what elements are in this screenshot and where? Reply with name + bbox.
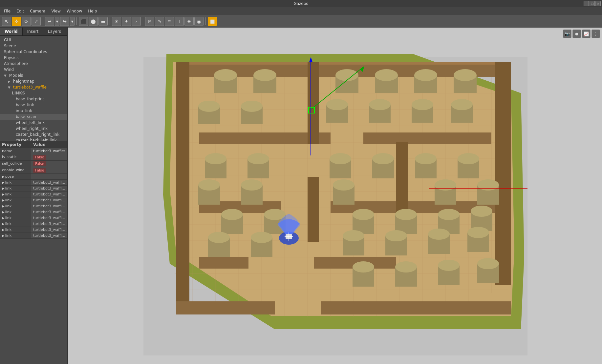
insert-box-button[interactable]: ⬛ bbox=[79, 17, 88, 26]
prop-key-link-10[interactable]: ▶ link bbox=[0, 233, 31, 238]
prop-key-link-9[interactable]: ▶ link bbox=[0, 227, 31, 233]
prop-row-link-1: ▶ link turtlebot3_waffle:... bbox=[0, 180, 67, 186]
prop-key-link-4[interactable]: ▶ link bbox=[0, 197, 31, 203]
align-button[interactable]: ⫿ bbox=[175, 17, 184, 26]
svg-point-67 bbox=[198, 101, 220, 112]
tab-world[interactable]: World bbox=[0, 28, 23, 35]
tab-insert[interactable]: Insert bbox=[23, 28, 43, 35]
model-editor-button[interactable]: ◉ bbox=[194, 17, 204, 26]
menu-edit[interactable]: Edit bbox=[14, 8, 27, 14]
translate-button[interactable]: ✛ bbox=[12, 17, 21, 26]
camera-controls: 📷 ⏺ 📈 ⋮ bbox=[563, 30, 600, 38]
menu-view[interactable]: View bbox=[49, 8, 63, 14]
prop-val-link-8: turtlebot3_waffle:... bbox=[31, 221, 67, 227]
menu-file[interactable]: File bbox=[1, 8, 13, 14]
tree-item-caster_back_right_link[interactable]: caster_back_right_link bbox=[0, 131, 67, 137]
tab-layers[interactable]: Layers bbox=[43, 28, 66, 35]
svg-point-112 bbox=[435, 179, 456, 191]
menu-help[interactable]: Help bbox=[85, 8, 99, 14]
menu-window[interactable]: Window bbox=[64, 8, 85, 14]
tree-item-base_scan[interactable]: base_scan bbox=[0, 114, 67, 120]
rotate-button[interactable]: ⟳ bbox=[22, 17, 31, 26]
light-group: ☀ ✦ ⟋ bbox=[112, 17, 141, 26]
svg-rect-39 bbox=[363, 132, 491, 144]
svg-rect-46 bbox=[396, 142, 408, 214]
svg-point-133 bbox=[471, 206, 492, 217]
redo-button[interactable]: ↪ bbox=[60, 17, 69, 26]
tab-bar: World Insert Layers bbox=[0, 28, 67, 36]
orange-box-button[interactable]: ■ bbox=[208, 17, 217, 26]
svg-point-52 bbox=[253, 69, 276, 81]
prop-val-self_collide[interactable]: False bbox=[31, 161, 67, 167]
insert-sphere-button[interactable]: ● bbox=[89, 17, 98, 26]
prop-val-name[interactable]: turtlebot3_waffle: bbox=[31, 148, 67, 154]
tree-item-imu_link[interactable]: imu_link bbox=[0, 108, 67, 114]
prop-key-link-1[interactable]: ▶ link bbox=[0, 180, 31, 185]
prop-row-pose: ▶ pose bbox=[0, 174, 67, 180]
sep1 bbox=[43, 17, 43, 25]
insert-pointlight-button[interactable]: ☀ bbox=[112, 17, 121, 26]
close-button[interactable]: × bbox=[595, 1, 601, 6]
minimize-button[interactable]: _ bbox=[584, 1, 589, 6]
tree-item-wind[interactable]: Wind bbox=[0, 67, 67, 72]
prop-key-link-5[interactable]: ▶ link bbox=[0, 203, 31, 209]
prop-key-link-3[interactable]: ▶ link bbox=[0, 192, 31, 197]
prop-key-self_collide: self_collide bbox=[0, 161, 31, 167]
tree-item-base_footprint[interactable]: base_footprint bbox=[0, 96, 67, 102]
undo-dropdown[interactable]: ▾ bbox=[55, 17, 59, 26]
tree-item-atmosphere[interactable]: Atmosphere bbox=[0, 61, 67, 67]
plot-button[interactable]: 📈 bbox=[582, 30, 591, 38]
insert-dirlight-button[interactable]: ⟋ bbox=[132, 17, 141, 26]
copy-button[interactable]: ⎘ bbox=[145, 17, 154, 26]
prop-val-link-2: turtlebot3_waffle:... bbox=[31, 186, 67, 191]
world-tree: GUI Scene Spherical Coordinates Physics … bbox=[0, 36, 67, 141]
prop-row-is_static: is_static False bbox=[0, 154, 67, 161]
prop-key-link-2[interactable]: ▶ link bbox=[0, 186, 31, 191]
paste-button[interactable]: ✎ bbox=[155, 17, 164, 26]
prop-key-name: name bbox=[0, 148, 31, 154]
snap-button[interactable]: ⌗ bbox=[165, 17, 174, 26]
more-button[interactable]: ⋮ bbox=[591, 30, 600, 38]
prop-key-link-6[interactable]: ▶ link bbox=[0, 209, 31, 215]
tree-item-heightmap[interactable]: ▶ heightmap bbox=[0, 78, 67, 84]
screenshot-button[interactable]: 📷 bbox=[563, 30, 571, 38]
tree-item-spherical[interactable]: Spherical Coordinates bbox=[0, 49, 67, 55]
menu-camera[interactable]: Camera bbox=[27, 8, 48, 14]
tree-item-models[interactable]: ▼ Models bbox=[0, 72, 67, 78]
tree-item-turtlebot[interactable]: ▼ turtlebot3_waffle bbox=[0, 84, 67, 90]
prop-key-link-7[interactable]: ▶ link bbox=[0, 215, 31, 221]
prop-val-enable_wind[interactable]: False bbox=[31, 167, 67, 173]
insert-spotlight-button[interactable]: ✦ bbox=[122, 17, 131, 26]
maximize-button[interactable]: □ bbox=[590, 1, 595, 6]
record-button[interactable]: ⏺ bbox=[572, 30, 581, 38]
svg-point-145 bbox=[385, 230, 407, 241]
prop-row-link-2: ▶ link turtlebot3_waffle:... bbox=[0, 186, 67, 192]
prop-key-link-8[interactable]: ▶ link bbox=[0, 221, 31, 227]
tree-item-gui[interactable]: GUI bbox=[0, 37, 67, 43]
prop-key-pose[interactable]: ▶ pose bbox=[0, 174, 31, 179]
measure-button[interactable]: ⊕ bbox=[184, 17, 194, 26]
svg-point-91 bbox=[330, 153, 351, 164]
prop-val-link-7: turtlebot3_waffle:... bbox=[31, 215, 67, 221]
tree-item-scene[interactable]: Scene bbox=[0, 43, 67, 49]
undo-button[interactable]: ↩ bbox=[45, 17, 54, 26]
svg-point-70 bbox=[241, 101, 263, 112]
redo-dropdown[interactable]: ▾ bbox=[70, 17, 75, 26]
prop-table-header: Property Value bbox=[0, 141, 67, 148]
tree-item-physics[interactable]: Physics bbox=[0, 55, 67, 61]
insert-cylinder-button[interactable]: ▬ bbox=[98, 17, 108, 26]
prop-row-link-9: ▶ link turtlebot3_waffle:... bbox=[0, 227, 67, 233]
prop-val-link-3: turtlebot3_waffle:... bbox=[31, 192, 67, 197]
prop-row-link-5: ▶ link turtlebot3_waffle:... bbox=[0, 203, 67, 209]
prop-val-is_static[interactable]: False bbox=[31, 154, 67, 160]
prop-val-link-5: turtlebot3_waffle:... bbox=[31, 203, 67, 209]
tree-item-base_link[interactable]: base_link bbox=[0, 102, 67, 108]
tree-item-caster_back_left_link[interactable]: caster_back_left_link bbox=[0, 137, 67, 141]
tree-item-wheel_right_link[interactable]: wheel_right_link bbox=[0, 126, 67, 131]
viewport[interactable]: 📷 ⏺ 📈 ⋮ bbox=[68, 28, 602, 364]
tree-item-wheel_left_link[interactable]: wheel_left_link bbox=[0, 120, 67, 126]
scale-button[interactable]: ⤢ bbox=[32, 17, 41, 26]
window-controls: _ □ × bbox=[584, 1, 601, 6]
sep5 bbox=[205, 17, 206, 25]
cursor-button[interactable]: ↖ bbox=[2, 17, 11, 26]
